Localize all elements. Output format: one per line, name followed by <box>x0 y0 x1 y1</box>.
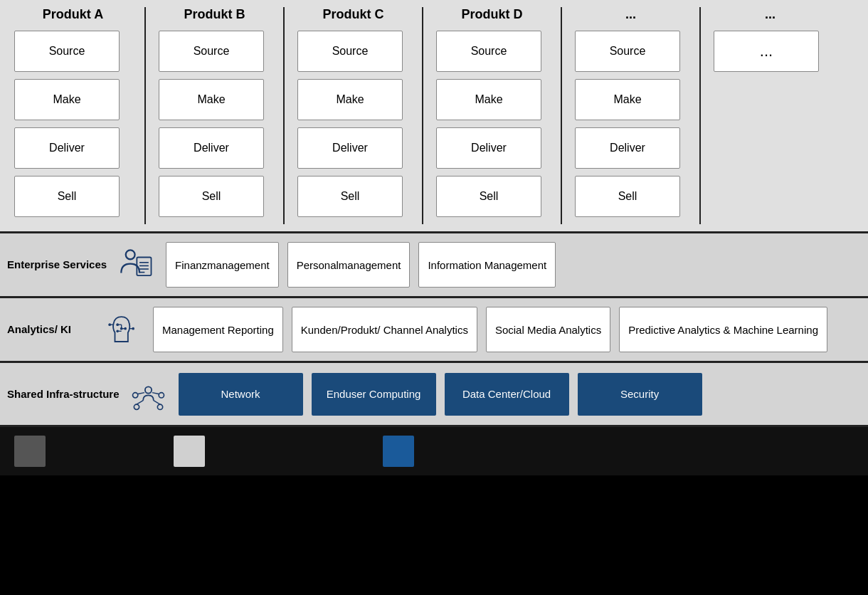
product-b-make: Make <box>159 79 264 120</box>
product-d-make: Make <box>436 79 541 120</box>
svg-point-23 <box>134 404 139 409</box>
svg-line-24 <box>137 401 143 405</box>
svg-point-21 <box>159 393 164 398</box>
svg-point-16 <box>108 323 111 326</box>
service-personalmanagement: Personalmanagement <box>287 242 411 288</box>
service-predictive-analytics: Predictive Analytics & Machine Learning <box>619 307 827 352</box>
product-column-e: ... Source Make Deliver Sell <box>562 7 701 224</box>
svg-point-11 <box>120 327 123 330</box>
bottom-square-gray <box>14 436 46 467</box>
service-information-management: Information Management <box>418 242 556 288</box>
enterprise-section: Enterprise Services Finanzmanagement Per… <box>0 233 868 298</box>
product-a-sell: Sell <box>14 176 120 217</box>
product-a-deliver: Deliver <box>14 127 120 169</box>
product-a-source: Source <box>14 31 120 72</box>
svg-point-17 <box>132 327 134 330</box>
product-c-sell: Sell <box>297 176 403 217</box>
product-column-d: Produkt D Source Make Deliver Sell <box>423 7 562 224</box>
products-section: Produkt A Source Make Deliver Sell Produ… <box>0 0 868 233</box>
service-social-media: Social Media Analytics <box>486 307 610 352</box>
infra-icon <box>125 374 171 414</box>
product-d-deliver: Deliver <box>436 127 541 169</box>
analytics-section: Analytics/ KI <box>0 298 868 363</box>
svg-line-26 <box>153 401 159 405</box>
product-d-source: Source <box>436 31 541 72</box>
bottom-square-white <box>174 436 205 467</box>
product-b-title: Produkt B <box>159 7 270 22</box>
bottom-bar <box>0 427 868 475</box>
product-c-source: Source <box>297 31 403 72</box>
infra-section: Shared Infra-structure <box>0 363 868 427</box>
product-column-b: Produkt B Source Make Deliver Sell <box>146 7 285 224</box>
svg-point-0 <box>126 250 135 259</box>
product-e-deliver: Deliver <box>575 127 680 169</box>
product-column-f: ... ... <box>701 7 840 224</box>
product-c-title: Produkt C <box>297 7 409 22</box>
enterprise-icon <box>112 246 159 285</box>
product-f-title: ... <box>714 7 827 22</box>
analytics-services: Management Reporting Kunden/Produkt/ Cha… <box>153 307 827 352</box>
analytics-label: Analytics/ KI <box>7 322 100 337</box>
service-security: Security <box>578 373 702 416</box>
product-d-sell: Sell <box>436 176 541 217</box>
bottom-square-blue <box>383 436 414 467</box>
enterprise-label: Enterprise Services <box>7 258 112 272</box>
service-management-reporting: Management Reporting <box>153 307 283 352</box>
product-b-sell: Sell <box>159 176 264 217</box>
infra-services: Network Enduser Computing Data Center/Cl… <box>179 373 702 416</box>
product-c-make: Make <box>297 79 403 120</box>
product-column-c: Produkt C Source Make Deliver Sell <box>285 7 423 224</box>
product-column-a: Produkt A Source Make Deliver Sell <box>7 7 146 224</box>
analytics-icon <box>100 310 146 349</box>
product-c-deliver: Deliver <box>297 127 403 169</box>
product-f-dots: ... <box>714 31 819 72</box>
svg-point-10 <box>116 323 119 326</box>
svg-point-25 <box>157 404 162 409</box>
svg-point-18 <box>144 386 151 393</box>
svg-line-20 <box>137 393 144 394</box>
product-e-sell: Sell <box>575 176 680 217</box>
infra-label: Shared Infra-structure <box>7 387 125 401</box>
product-e-title: ... <box>575 7 687 22</box>
svg-point-13 <box>116 330 119 332</box>
service-finanzmanagement: Finanzmanagement <box>166 242 279 288</box>
service-datacenter-cloud: Data Center/Cloud <box>445 373 569 416</box>
service-kunden-analytics: Kunden/Produkt/ Channel Analytics <box>292 307 477 352</box>
main-container: Produkt A Source Make Deliver Sell Produ… <box>0 0 868 427</box>
product-b-source: Source <box>159 31 264 72</box>
service-enduser-computing: Enduser Computing <box>312 373 436 416</box>
svg-line-22 <box>152 393 159 394</box>
product-e-make: Make <box>575 79 680 120</box>
product-d-title: Produkt D <box>436 7 548 22</box>
product-a-make: Make <box>14 79 120 120</box>
product-a-title: Produkt A <box>14 7 132 22</box>
product-e-source: Source <box>575 31 680 72</box>
service-network: Network <box>179 373 303 416</box>
svg-point-12 <box>124 327 127 330</box>
svg-point-19 <box>132 393 137 398</box>
enterprise-services: Finanzmanagement Personalmanagement Info… <box>166 242 556 288</box>
product-b-deliver: Deliver <box>159 127 264 169</box>
